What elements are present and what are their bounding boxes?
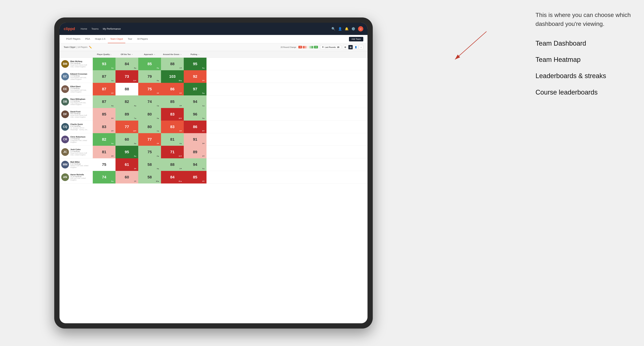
player-info: JCJosh Coles1-5 HandicapRoyal North Devo… — [60, 148, 93, 156]
table-area: Player Quality ↓ Off the Tee → Approach … — [60, 51, 368, 323]
score-change: 1▲ — [157, 130, 159, 132]
score-value: 82 — [102, 137, 106, 142]
player-club: Craigmillar Park, United Kingdom — [70, 140, 91, 143]
table-row[interactable]: CQCharlie Quick6-10 HandicapSt. George's… — [60, 121, 368, 133]
score-change: 11▼ — [133, 80, 136, 81]
tab-all-players[interactable]: All Players — [134, 35, 150, 43]
player-info: ECEdward Crossman1-5 HandicapSunningdale… — [60, 73, 93, 80]
player-avatar: AN — [61, 173, 69, 181]
player-avatar: CQ — [61, 123, 69, 131]
player-name: Chris Robertson — [70, 136, 91, 138]
table-view-button[interactable]: ▦ — [348, 45, 353, 49]
score-value: 95 — [193, 62, 197, 66]
player-details: Charlie Quick6-10 HandicapSt. George's H… — [70, 123, 91, 131]
col-header-approach[interactable]: Approach → — [138, 53, 161, 55]
table-row[interactable]: ANAaron Nicholls11-15 HandicapDrift Golf… — [60, 171, 368, 183]
player-info: DBDave Billingham1-5 HandicapGog Magog G… — [60, 98, 93, 106]
table-row[interactable]: BMBlair McHargPlus HandicapRoyal North D… — [60, 58, 368, 70]
score-change: 11▼ — [179, 155, 182, 157]
col-header-green[interactable]: Around the Green → — [161, 53, 184, 55]
table-row[interactable]: DBDave Billingham1-5 HandicapGog Magog G… — [60, 95, 368, 108]
table-row[interactable]: MMMatt Miller6-10 HandicapWoburn Golf Cl… — [60, 158, 368, 171]
score-cell: 801▲ — [138, 121, 161, 133]
table-row[interactable]: DFDavid FordPlus HandicapRoyal North Dev… — [60, 108, 368, 121]
nav-teams[interactable]: Teams — [91, 27, 98, 30]
tab-hcaps[interactable]: Hcaps 1-5 — [92, 35, 108, 43]
add-team-button[interactable]: Add Team — [349, 37, 363, 41]
tab-tour[interactable]: Tour — [125, 35, 134, 43]
player-avatar: EE — [61, 85, 69, 93]
player-info: MMMatt Miller6-10 HandicapWoburn Golf Cl… — [60, 161, 93, 169]
score-change: 6▼ — [180, 92, 182, 94]
annotation-intro-text: This is where you can choose which dashb… — [536, 10, 637, 28]
score-cell: 833▼ — [93, 121, 116, 133]
col-header-tee[interactable]: Off the Tee → — [116, 53, 138, 55]
score-cell: 854▼ — [184, 171, 206, 183]
score-value: 89 — [125, 112, 129, 117]
player-info: CQCharlie Quick6-10 HandicapSt. George's… — [60, 123, 93, 131]
player-name: Elliot Ebert — [70, 85, 91, 88]
player-handicap: 1-5 Handicap — [70, 88, 91, 89]
score-cell: 959▲ — [184, 58, 206, 70]
grid-view-button[interactable]: ⊞ — [343, 45, 348, 49]
player-details: Edward Crossman1-5 HandicapSunningdale G… — [70, 73, 91, 80]
last-rounds-button[interactable]: ⚙ Last Rounds: 20 — [320, 45, 341, 49]
score-cell: 613▼ — [116, 158, 138, 171]
score-change: 6▼ — [180, 130, 182, 132]
bell-icon[interactable]: 🔔 — [345, 27, 348, 31]
player-club: Gog Magog Golf Club, United Kingdom — [70, 102, 91, 105]
score-value: 77 — [148, 137, 152, 142]
col-header-putting[interactable]: Putting → — [184, 53, 206, 55]
score-change: 3▼ — [202, 80, 205, 81]
player-handicap: Plus Handicap — [70, 62, 91, 64]
settings-icon[interactable]: ⚙️ — [352, 27, 355, 31]
edit-icon[interactable]: ✏️ — [89, 46, 92, 49]
filter-icon: ⚙ — [322, 46, 324, 48]
score-change: 9▲ — [202, 67, 205, 69]
score-cell: 868▼ — [184, 121, 206, 133]
score-value: 87 — [102, 87, 106, 91]
player-info: DFDavid FordPlus HandicapRoyal North Dev… — [60, 110, 93, 118]
score-value: 80 — [148, 112, 152, 117]
tab-pga[interactable]: PGA — [83, 35, 92, 43]
svg-line-1 — [455, 31, 486, 59]
download-view-button[interactable]: ↓ — [359, 45, 363, 49]
score-value: 87 — [102, 74, 106, 79]
score-value: 80 — [148, 125, 152, 129]
score-value: 79 — [148, 74, 152, 79]
col-header-quality[interactable]: Player Quality ↓ — [93, 53, 116, 55]
score-cell: 7111▼ — [161, 146, 184, 158]
score-value: 84 — [170, 175, 174, 179]
nav-home[interactable]: Home — [81, 27, 87, 30]
user-icon[interactable]: 👤 — [338, 27, 342, 31]
tab-team-clippd[interactable]: Team Clippd — [108, 35, 125, 43]
table-row[interactable]: EEElliot Ebert1-5 HandicapSunningdale Go… — [60, 83, 368, 95]
score-cell: 975▲ — [184, 83, 206, 95]
avatar[interactable]: U — [358, 26, 363, 31]
score-cell: 602▲ — [116, 133, 138, 146]
score-value: 81 — [102, 150, 106, 154]
score-value: 92 — [193, 74, 197, 79]
score-cell: 813▼ — [93, 146, 116, 158]
score-change: 8▲ — [157, 67, 159, 69]
player-club: Royal North Devon Golf Club, United King… — [70, 64, 91, 68]
score-cell: 874▲ — [93, 95, 116, 108]
search-icon[interactable]: 🔍 — [332, 27, 335, 31]
table-row[interactable]: CRChris Robertson1-5 HandicapCraigmillar… — [60, 133, 368, 146]
person-view-button[interactable]: 👤 — [354, 45, 358, 49]
player-name: Dave Billingham — [70, 98, 91, 100]
score-change: 3▼ — [202, 143, 205, 144]
sub-header: Team Clippd | 14 Players ✏️ 20 Round Cha… — [60, 43, 368, 51]
table-row[interactable]: ECEdward Crossman1-5 HandicapSunningdale… — [60, 70, 368, 83]
score-value: 94 — [193, 99, 197, 104]
tab-pgat-players[interactable]: PGAT Players — [64, 35, 83, 43]
table-row[interactable]: JCJosh Coles1-5 HandicapRoyal North Devo… — [60, 146, 368, 158]
score-change: 1▲ — [202, 105, 205, 107]
score-value: 93 — [102, 62, 106, 66]
score-value: 84 — [125, 62, 129, 66]
score-cell: 913▼ — [184, 133, 206, 146]
score-cell: 814▲ — [161, 133, 184, 146]
score-change: 1▲ — [157, 105, 159, 107]
gradient-bar — [303, 46, 313, 48]
nav-my-performance[interactable]: My Performance — [103, 27, 121, 30]
